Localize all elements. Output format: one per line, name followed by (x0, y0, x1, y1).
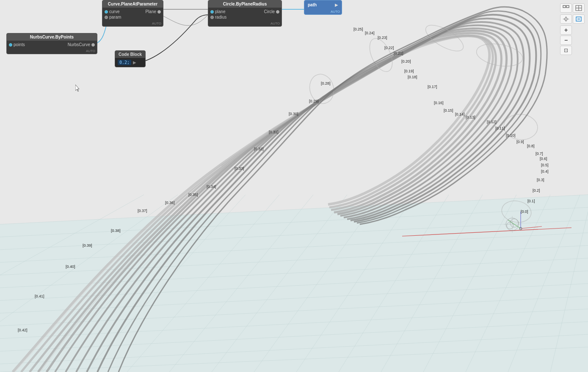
port-label-out: NurbsCurve (68, 42, 90, 47)
curve-plane-port-param[interactable]: param (105, 15, 121, 19)
svg-line-29 (402, 228, 571, 236)
svg-line-19 (254, 195, 381, 372)
code-block-title: Code Block (115, 51, 145, 58)
index-label: [0.21] (394, 51, 403, 55)
grid-button[interactable] (573, 3, 585, 13)
port-dot-radius (210, 16, 214, 19)
svg-point-33 (519, 227, 522, 230)
circle-port-out[interactable]: Circle (264, 9, 279, 14)
nurbs-curve-port-points[interactable]: points (9, 42, 25, 47)
svg-line-23 (423, 195, 516, 372)
index-label: [0.42] (18, 328, 28, 332)
toolbar-row-zoom: + − ⊡ (560, 25, 585, 55)
index-label: [0.28] (321, 81, 331, 85)
index-label: [0.34] (207, 185, 216, 189)
port-label-param: param (109, 15, 121, 19)
index-label: [0.31] (269, 130, 279, 134)
code-block-value[interactable]: 0.2; (118, 60, 131, 65)
index-label: [0.19] (404, 69, 414, 73)
index-label: [0.33] (235, 166, 244, 171)
index-label: [0.6] (540, 157, 547, 161)
svg-line-16 (127, 195, 279, 372)
svg-point-40 (506, 218, 519, 231)
settings-button[interactable] (560, 14, 572, 24)
index-label: [0.0] (521, 209, 528, 214)
index-label: [0.29] (309, 99, 319, 103)
index-label: [0.36] (165, 201, 175, 205)
cursor (75, 85, 80, 92)
nurbs-auto: AUTO (7, 49, 97, 54)
code-block-node[interactable]: Code Block 0.2; ▶ (115, 50, 146, 67)
svg-line-12 (0, 334, 588, 364)
nurbs-curve-port-out[interactable]: NurbsCurve (68, 42, 95, 47)
svg-line-9 (0, 296, 588, 326)
svg-line-15 (85, 195, 246, 372)
path-node-arrow: ▶ (335, 3, 338, 7)
svg-line-17 (169, 195, 313, 372)
svg-line-18 (212, 195, 347, 372)
svg-line-28 (0, 195, 144, 275)
zoom-extent-icon: ⊡ (564, 47, 568, 53)
zoom-in-icon: + (564, 27, 568, 33)
svg-point-41 (510, 219, 519, 227)
svg-line-26 (550, 212, 588, 372)
svg-line-13 (0, 347, 588, 372)
view-button[interactable] (573, 14, 585, 24)
perspective-icon (563, 5, 569, 11)
svg-line-1 (0, 195, 588, 224)
grid-icon (575, 5, 582, 11)
nurbs-curve-title: NurbsCurve.ByPoints (7, 33, 97, 41)
svg-point-35 (365, 35, 397, 75)
index-label: [0.24] (365, 31, 375, 35)
zoom-extent-button[interactable]: ⊡ (560, 46, 572, 55)
zoom-out-button[interactable]: − (560, 36, 572, 45)
port-label-plane-in: plane (215, 9, 225, 14)
path-node[interactable]: path ▶ AUTO (304, 0, 342, 15)
index-label: [0.7] (536, 152, 543, 156)
index-label: [0.4] (541, 169, 549, 174)
index-label: [0.35] (188, 193, 198, 197)
index-label: [0.14] (455, 112, 465, 116)
curve-plane-title: Curve.PlaneAtParameter (102, 0, 163, 8)
port-dot-points (9, 43, 12, 47)
circle-title: Circle.ByPlaneRadius (208, 0, 282, 8)
index-label: [0.25] (353, 27, 363, 31)
3d-viewport-svg (0, 0, 588, 372)
toolbar: + − ⊡ (560, 3, 585, 55)
perspective-button[interactable] (560, 3, 572, 13)
port-dot-out (91, 43, 95, 47)
svg-line-7 (0, 271, 588, 300)
circle-node[interactable]: Circle.ByPlaneRadius plane Circle ra (208, 0, 282, 27)
svg-rect-45 (563, 6, 566, 8)
svg-point-42 (507, 222, 513, 229)
view-icon (575, 16, 582, 22)
svg-line-6 (0, 258, 588, 288)
svg-point-36 (422, 20, 467, 56)
index-label: [0.11] (495, 126, 505, 130)
circle-port-radius[interactable]: radius (210, 15, 226, 19)
svg-line-5 (0, 245, 588, 275)
toolbar-row-2 (560, 14, 585, 24)
svg-line-2 (0, 207, 588, 237)
port-label-circle-out: Circle (264, 9, 275, 14)
circle-port-plane[interactable]: plane (210, 9, 225, 14)
curve-plane-port-plane-out[interactable]: Plane (145, 9, 161, 14)
svg-line-10 (0, 309, 588, 339)
index-label: [0.40] (66, 265, 75, 269)
index-label: [0.9] (516, 140, 524, 144)
zoom-in-button[interactable]: + (560, 25, 572, 35)
index-label: [0.30] (289, 112, 298, 116)
viewport[interactable]: NurbsCurve.ByPoints points NurbsCurve AU… (0, 0, 588, 372)
svg-point-50 (565, 18, 567, 20)
index-label: [0.15] (444, 108, 453, 113)
svg-line-25 (508, 195, 580, 372)
port-dot-param (105, 16, 108, 19)
port-label-points: points (14, 42, 25, 47)
index-label: [0.10] (506, 133, 516, 138)
svg-line-11 (0, 322, 588, 351)
curve-plane-port-curve[interactable]: curve (105, 9, 119, 14)
nurbs-curve-node[interactable]: NurbsCurve.ByPoints points NurbsCurve AU… (6, 33, 97, 54)
curve-plane-node[interactable]: Curve.PlaneAtParameter curve Plane p (102, 0, 163, 27)
index-label: [0.41] (35, 294, 44, 298)
curve-plane-auto: AUTO (102, 21, 163, 26)
